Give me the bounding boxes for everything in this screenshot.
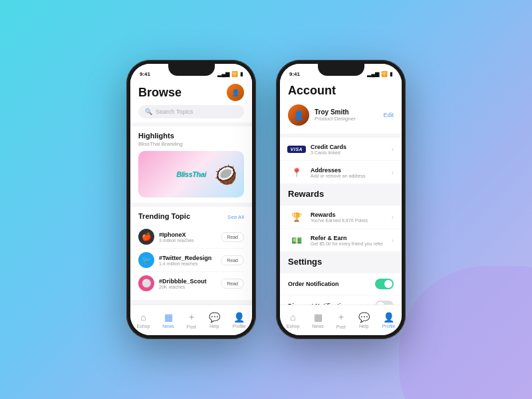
nav-label-news-account: News: [312, 324, 324, 329]
trophy-icon: 🏆: [288, 211, 305, 223]
account-content: Account 👤 Troy Smith Product Designer Ed…: [280, 78, 402, 305]
settings-heading: Settings: [280, 251, 402, 269]
nav-profile-browse[interactable]: 👤 Profile: [233, 312, 246, 329]
wifi-icon-account: 🛜: [381, 71, 388, 77]
refer-earn-sub: Get $5.00 for every friend you refer: [311, 241, 386, 246]
user-role: Product Designer: [315, 116, 378, 122]
credit-cards-title: Credit Cards: [311, 144, 386, 150]
battery-icon-account: ▮: [390, 71, 392, 77]
see-all-link[interactable]: See All: [227, 214, 244, 220]
highlights-image[interactable]: BlissThai 🥥: [138, 151, 244, 198]
account-menu-section: VISA Credit Cards 3 Cards linked › 📍 Add…: [280, 138, 402, 184]
browse-title-row: Browse 👤: [138, 84, 244, 101]
rewards-title: Rewards: [311, 211, 386, 218]
wifi-icon: 🛜: [231, 71, 238, 77]
discount-notification-toggle[interactable]: [375, 301, 394, 305]
account-phone: 9:41 ▂▄▆ 🛜 ▮ Account 👤 Troy Smith Produc…: [276, 60, 406, 339]
refer-earn-title: Refer & Earn: [311, 235, 386, 241]
nav-post-browse[interactable]: ＋ Post: [187, 311, 196, 329]
topic-reach-iphone: 3 million reaches: [159, 238, 216, 243]
topic-info-twitter: #Twitter_Redesign 1.4 million reaches: [159, 255, 216, 266]
nav-profile-account[interactable]: 👤 Profile: [382, 312, 396, 329]
addresses-item[interactable]: 📍 Addresses Add or remove an address ›: [280, 161, 402, 184]
topic-reach-twitter: 1.4 million reaches: [159, 261, 216, 266]
visa-badge: VISA: [287, 146, 306, 153]
account-header: Account 👤 Troy Smith Product Designer Ed…: [280, 78, 402, 134]
search-placeholder: Search Topics: [156, 108, 193, 115]
addresses-sub: Add or remove an address: [311, 174, 386, 178]
browse-phone: 9:41 ▂▄▆ 🛜 ▮ Browse 👤 🔍 Search Topics: [126, 60, 256, 339]
topic-icon-apple: 🍎: [138, 229, 154, 245]
nav-label-profile-browse: Profile: [233, 324, 246, 329]
browse-content: Browse 👤 🔍 Search Topics Highlights Blis…: [130, 78, 252, 305]
addresses-title: Addresses: [311, 167, 386, 174]
read-button-dribbble[interactable]: Read: [221, 279, 244, 289]
nav-label-profile-account: Profile: [382, 324, 396, 329]
topic-icon-twitter: 🐦: [138, 252, 154, 268]
read-button-iphone[interactable]: Read: [221, 232, 244, 242]
signal-icon-account: ▂▄▆: [367, 71, 379, 77]
nav-eshop-browse[interactable]: ⌂ Eshop: [136, 312, 150, 329]
user-avatar-browse[interactable]: 👤: [227, 84, 244, 101]
topic-item-dribbble: ⚪ #Dribbble_Scout 20K reaches Read: [138, 272, 244, 295]
status-icons-account: ▂▄▆ 🛜 ▮: [367, 71, 392, 77]
nav-post-account[interactable]: ＋ Post: [336, 311, 346, 329]
account-title: Account: [288, 84, 394, 98]
browse-phone-inner: 9:41 ▂▄▆ 🛜 ▮ Browse 👤 🔍 Search Topics: [130, 64, 252, 335]
nav-label-help-browse: Help: [209, 324, 219, 329]
topic-info-iphone: #IphoneX 3 million reaches: [159, 231, 216, 243]
topic-name-dribbble: #Dribbble_Scout: [159, 278, 216, 285]
cash-icon: 💵: [288, 234, 305, 246]
nav-label-eshop-browse: Eshop: [136, 324, 150, 329]
account-phone-inner: 9:41 ▂▄▆ 🛜 ▮ Account 👤 Troy Smith Produc…: [280, 64, 402, 335]
nav-label-post-account: Post: [336, 325, 346, 329]
highlights-section: Highlights BlissThai Branding BlissThai …: [130, 126, 252, 203]
edit-button[interactable]: Edit: [383, 112, 394, 118]
trending-section: Trending Topic See All 🍎 #IphoneX 3 mill…: [130, 207, 252, 300]
order-notification-label: Order Notification: [288, 281, 370, 287]
nav-help-browse[interactable]: 💬 Help: [209, 312, 220, 329]
signal-icon: ▂▄▆: [217, 71, 229, 77]
browse-header: Browse 👤 🔍 Search Topics: [130, 78, 252, 122]
bottom-nav-account: ⌂ Eshop ▦ News ＋ Post 💬 Help 👤 Profile: [280, 305, 402, 335]
visa-icon: VISA: [288, 143, 305, 155]
coconut-emoji: 🥥: [214, 164, 237, 186]
nav-label-eshop-account: Eshop: [286, 324, 299, 329]
topic-item-twitter: 🐦 #Twitter_Redesign 1.4 million reaches …: [138, 249, 244, 272]
chevron-icon-refer: ›: [392, 237, 394, 244]
order-notification-item: Order Notification: [280, 273, 402, 295]
addresses-info: Addresses Add or remove an address: [311, 167, 386, 178]
refer-earn-item[interactable]: 💵 Refer & Earn Get $5.00 for every frien…: [280, 229, 402, 251]
search-bar[interactable]: 🔍 Search Topics: [138, 105, 244, 118]
nav-help-account[interactable]: 💬 Help: [358, 312, 370, 329]
status-time-browse: 9:41: [140, 71, 150, 77]
user-info: Troy Smith Product Designer: [315, 108, 378, 122]
rewards-sub: You've Earned 8,876 Points: [311, 218, 386, 223]
chevron-icon-address: ›: [392, 169, 394, 176]
chevron-icon-rewards: ›: [392, 213, 394, 221]
topic-info-dribbble: #Dribbble_Scout 20K reaches: [159, 278, 216, 289]
status-time-account: 9:41: [289, 71, 300, 77]
order-notification-info: Order Notification: [288, 281, 370, 287]
help-icon-account: 💬: [358, 312, 370, 323]
help-icon-browse: 💬: [209, 312, 220, 323]
credit-cards-item[interactable]: VISA Credit Cards 3 Cards linked ›: [280, 138, 402, 161]
notch: [168, 64, 215, 76]
highlight-brand-text: BlissThai: [176, 170, 205, 178]
user-row: 👤 Troy Smith Product Designer Edit: [288, 102, 394, 128]
order-notification-toggle[interactable]: [375, 279, 394, 289]
nav-news-browse[interactable]: ▦ News: [162, 312, 174, 329]
nav-news-account[interactable]: ▦ News: [312, 312, 324, 329]
rewards-item[interactable]: 🏆 Rewards You've Earned 8,876 Points ›: [280, 205, 402, 229]
battery-icon: ▮: [240, 71, 243, 77]
eshop-icon-account: ⌂: [290, 312, 295, 323]
trending-header: Trending Topic See All: [138, 212, 244, 221]
rewards-info: Rewards You've Earned 8,876 Points: [311, 211, 386, 223]
location-icon: 📍: [288, 166, 305, 178]
profile-icon-account: 👤: [383, 312, 394, 323]
search-icon: 🔍: [145, 108, 152, 115]
nav-eshop-account[interactable]: ⌂ Eshop: [286, 312, 299, 329]
read-button-twitter[interactable]: Read: [221, 255, 244, 265]
chevron-icon-cards: ›: [392, 146, 394, 153]
post-icon-account: ＋: [336, 311, 346, 323]
